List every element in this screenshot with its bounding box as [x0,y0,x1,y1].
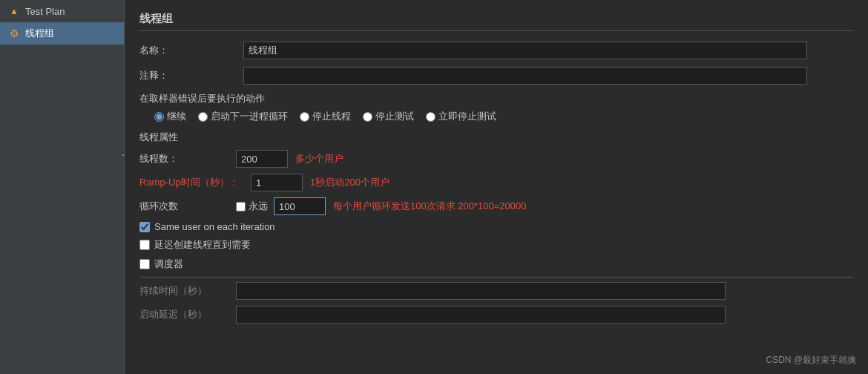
same-user-row: Same user on each iteration [139,221,853,232]
rampup-row: Ramp-Up时间（秒）： 1秒启动200个用户 [139,174,853,191]
main-panel: 线程组 名称： 注释： 在取样器错误后要执行的动作 继续 启动下一进程循环 停止… [125,0,868,374]
gear-icon: ⚙ [7,27,21,40]
same-user-checkbox[interactable] [139,222,150,232]
error-action-label: 在取样器错误后要执行的动作 [139,92,853,105]
radio-stop-test[interactable]: 停止测试 [363,110,414,123]
same-user-label: Same user on each iteration [154,221,275,232]
name-label: 名称： [139,44,243,57]
name-row: 名称： [139,42,853,59]
duration-row: 持续时间（秒） [139,282,853,300]
thread-count-label: 线程数： [139,152,236,165]
loop-count-input[interactable] [274,197,326,215]
thread-count-input[interactable] [236,150,288,168]
rampup-label: Ramp-Up时间（秒）： [139,176,251,189]
radio-stop-thread[interactable]: 停止线程 [300,110,351,123]
comment-row: 注释： [139,67,853,85]
sidebar-item-thread-group[interactable]: ⚙ 线程组 [0,22,124,45]
duration-input[interactable] [236,282,726,300]
radio-continue[interactable]: 继续 [154,110,186,123]
page-title: 线程组 [139,12,853,31]
delay-create-label: 延迟创建线程直到需要 [154,238,251,252]
error-action-radios: 继续 启动下一进程循环 停止线程 停止测试 立即停止测试 [154,110,853,123]
sidebar: ▲ Test Plan ⚙ 线程组 ⋮ [0,0,125,374]
name-input[interactable] [243,42,807,59]
comment-input[interactable] [243,67,807,85]
rampup-input[interactable] [251,174,303,191]
scheduler-row: 调度器 [139,257,853,271]
start-delay-row: 启动延迟（秒） [139,306,853,324]
forever-check[interactable]: 永远 [236,200,268,213]
watermark: CSDN @最好束手就擒 [766,354,856,367]
sidebar-item-test-plan[interactable]: ▲ Test Plan [0,0,124,22]
comment-label: 注释： [139,69,243,82]
scheduler-checkbox[interactable] [139,259,150,269]
delay-create-checkbox[interactable] [139,240,150,250]
delay-create-row: 延迟创建线程直到需要 [139,238,853,252]
start-delay-input[interactable] [236,306,726,324]
loop-label: 循环次数 [139,200,236,213]
thread-count-note: 多少个用户 [295,152,343,165]
radio-stop-test-now[interactable]: 立即停止测试 [426,110,496,123]
divider [139,277,853,278]
start-delay-label: 启动延迟（秒） [139,308,236,321]
thread-props-title: 线程属性 [139,131,853,144]
sidebar-item-label: Test Plan [25,6,65,17]
radio-next-loop[interactable]: 启动下一进程循环 [198,110,288,123]
forever-checkbox[interactable] [236,202,246,211]
sidebar-item-label: 线程组 [25,27,54,40]
triangle-icon: ▲ [7,4,21,18]
rampup-note: 1秒启动200个用户 [310,176,389,189]
loop-count-row: 循环次数 永远 每个用户循环发送100次请求 200*100=20000 [139,197,853,215]
forever-label: 永远 [249,200,268,213]
scheduler-label: 调度器 [154,257,183,271]
duration-label: 持续时间（秒） [139,284,236,298]
loop-note: 每个用户循环发送100次请求 200*100=20000 [333,200,526,213]
thread-count-row: 线程数： 多少个用户 [139,150,853,168]
